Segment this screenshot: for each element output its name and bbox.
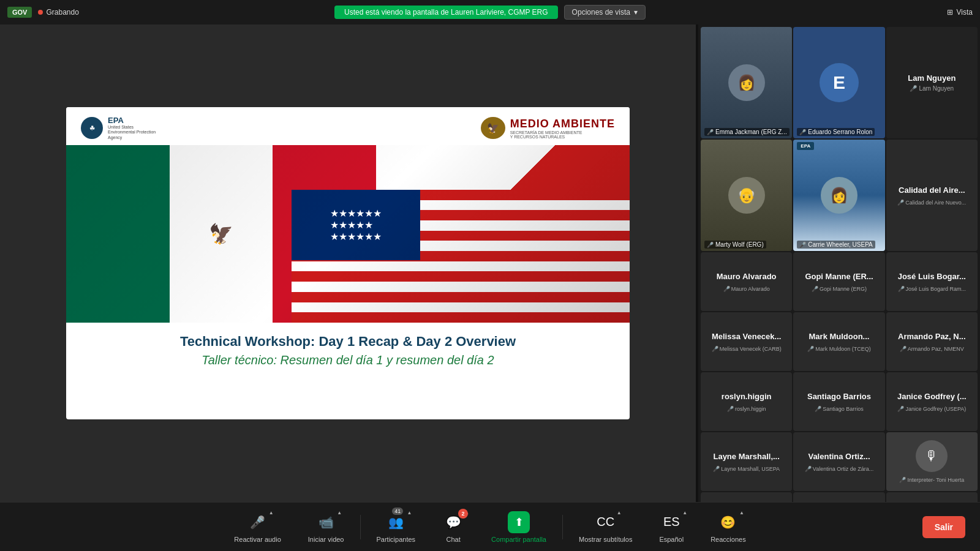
- video-label: Iniciar video: [308, 536, 344, 543]
- share-screen-label: Compartir pantalla: [491, 536, 546, 543]
- emma-mute-icon: 🎤: [707, 129, 714, 135]
- calidad-sub: 🎤 Calidad del Aire Nuevo...: [897, 200, 966, 206]
- jose-content: José Luis Bogar... 🎤José Luis Bogard Ram…: [886, 252, 978, 311]
- bottom-toolbar: 🎤 ▲ Reactivar audio 📹 ▲ Iniciar video 👥 …: [0, 502, 980, 551]
- melissa-sub: 🎤Melissa Venecek (CARB): [712, 346, 782, 352]
- flag-green-stripe: [66, 145, 170, 323]
- epa-logo: ☘ EPA United StatesEnvironmental Protect…: [81, 116, 156, 140]
- epa-icon-text: ☘: [89, 125, 95, 132]
- roslyn-sub: 🎤roslyn.higgin: [727, 406, 766, 412]
- video-tile-calidad: Calidad del Aire... 🎤 Calidad del Aire N…: [886, 140, 978, 251]
- marty-mute-icon: 🎤: [707, 242, 714, 248]
- epa-text-block: EPA United StatesEnvironmental Protectio…: [108, 116, 156, 140]
- mark-name: Mark Muldoon...: [809, 332, 870, 341]
- captions-chevron: ▲: [617, 510, 622, 515]
- video-icon: 📹 ▲: [315, 511, 337, 533]
- eduardo-initial: E: [820, 63, 859, 102]
- vista-label: Vista: [957, 8, 973, 17]
- emma-name: Emma Jackman (ERG Z...: [715, 129, 787, 135]
- carrie-avatar: 👩: [821, 177, 858, 214]
- ma-text-block: MEDIO AMBIENTE SECRETARÍA DE MEDIO AMBIE…: [510, 118, 615, 139]
- santiago-name: Santiago Barrios: [807, 392, 871, 401]
- armando-content: Armando Paz, N... 🎤Armando Paz, NMENV: [886, 312, 978, 371]
- slide-title-es: Taller técnico: Resumen del día 1 y resu…: [81, 353, 615, 367]
- end-button[interactable]: Salir: [922, 516, 965, 538]
- view-options-label: Opciones de vista: [572, 8, 630, 17]
- main-content: ☘ EPA United StatesEnvironmental Protect…: [0, 24, 980, 502]
- screen-share-banner: Usted está viendo la pantalla de Lauren …: [334, 6, 558, 19]
- santiago-sub: 🎤Santiago Barrios: [815, 406, 864, 412]
- usa-flag: ★★★★★★★★★★★★★★★★★: [292, 190, 630, 323]
- slide-title-en: Technical Workshop: Day 1 Recap & Day 2 …: [81, 334, 615, 350]
- layne-content: Layne Marshall,... 🎤Layne Marshall, USEP…: [701, 432, 792, 491]
- video-row-4: Melissa Venecek... 🎤Melissa Venecek (CAR…: [701, 312, 978, 371]
- slide-container: ☘ EPA United StatesEnvironmental Protect…: [66, 107, 630, 419]
- video-tile-armando: Armando Paz, N... 🎤Armando Paz, NMENV: [886, 312, 978, 371]
- recording-badge: Grabando: [38, 8, 78, 17]
- video-tile-marty: 👴 🎤 Marty Wolf (ERG): [701, 140, 792, 251]
- epa-full: United StatesEnvironmental ProtectionAge…: [108, 125, 156, 140]
- video-chevron: ▲: [337, 510, 342, 515]
- lam-name: Lam Nguyen: [908, 73, 956, 83]
- audio-label: Reactivar audio: [234, 536, 281, 543]
- video-tile-valentina: Valentina Ortiz... 🎤Valentina Ortiz de Z…: [793, 432, 884, 491]
- video-tile-gopi: Gopi Manne (ER... 🎤Gopi Manne (ERG): [793, 252, 884, 311]
- eduardo-mute-icon: 🎤: [799, 129, 806, 135]
- gopi-content: Gopi Manne (ER... 🎤Gopi Manne (ERG): [793, 252, 884, 311]
- chevron-down-icon: ▾: [634, 8, 638, 17]
- emma-video-bg: 👩: [701, 27, 792, 138]
- flag-white-stripe: 🦅: [170, 145, 273, 323]
- marty-name: Marty Wolf (ERG): [715, 241, 764, 248]
- eagle-emblem-header: 🦅: [481, 117, 505, 139]
- captions-button[interactable]: CC ▲ Mostrar subtítulos: [565, 506, 646, 548]
- language-icon: ES ▲: [660, 511, 682, 533]
- reactions-label: Reacciones: [710, 536, 745, 543]
- language-button[interactable]: ES ▲ Español: [646, 506, 697, 548]
- carrie-name-tag: 🎤 Carrie Wheeler, USEPA: [797, 241, 875, 249]
- epa-name: EPA: [108, 116, 156, 125]
- layne-sub: 🎤Layne Marshall, USEPA: [713, 466, 780, 472]
- presentation-area: ☘ EPA United StatesEnvironmental Protect…: [0, 24, 696, 502]
- emma-name-tag: 🎤 Emma Jackman (ERG Z...: [704, 128, 790, 136]
- janice-sub: 🎤Janice Godfrey (USEPA): [897, 406, 966, 412]
- toni-sub: 🎤Interpreter- Toni Huerta: [899, 477, 964, 483]
- valentina-name: Valentina Ortiz...: [808, 452, 870, 461]
- participants-button[interactable]: 👥 ▲ 41 Participantes: [363, 506, 429, 548]
- video-row-3: Mauro Alvarado 🎤Mauro Alvarado Gopi Mann…: [701, 252, 978, 311]
- chat-badge: 2: [458, 509, 468, 519]
- melissa-content: Melissa Venecek... 🎤Melissa Venecek (CAR…: [701, 312, 792, 371]
- chat-button[interactable]: 💬 ▲ 2 Chat: [429, 506, 478, 548]
- lam-sub: 🎤 Lam Nguyen: [910, 85, 954, 92]
- share-screen-button[interactable]: ⬆ Compartir pantalla: [478, 506, 560, 548]
- video-tile-interpreter-rosa: Interpreter Rosa... 🎤Interpreter Rosa Ma…: [793, 492, 884, 502]
- roslyn-name: roslyn.higgin: [722, 392, 772, 401]
- mark-sub: 🎤Mark Muldoon (TCEQ): [807, 346, 871, 352]
- video-button[interactable]: 📹 ▲ Iniciar video: [295, 506, 358, 548]
- participants-count: 41: [392, 508, 403, 515]
- slide-header: ☘ EPA United StatesEnvironmental Protect…: [66, 107, 630, 145]
- carrie-video-bg: EPA 👩: [793, 140, 884, 251]
- chat-icon: 💬 ▲ 2: [442, 511, 464, 533]
- layne-name: Layne Marshall,...: [713, 452, 779, 461]
- view-options-button[interactable]: Opciones de vista ▾: [564, 5, 646, 20]
- armando-name: Armando Paz, N...: [898, 332, 966, 341]
- rosa-content: Interpreter Rosa... 🎤Interpreter Rosa Ma…: [793, 492, 884, 502]
- calidad-mute-icon: 🎤: [897, 200, 904, 206]
- janice-content: Janice Godfrey (... 🎤Janice Godfrey (USE…: [886, 372, 978, 431]
- video-tile-melissa: Melissa Venecek... 🎤Melissa Venecek (CAR…: [701, 312, 792, 371]
- audio-button[interactable]: 🎤 ▲ Reactivar audio: [221, 506, 294, 548]
- reactions-button[interactable]: 😊 ▲ Reacciones: [697, 506, 759, 548]
- top-bar-left: GOV Grabando: [7, 7, 79, 18]
- marty-video-bg: 👴: [701, 140, 792, 251]
- video-tile-mark: Mark Muldoon... 🎤Mark Muldoon (TCEQ): [793, 312, 884, 371]
- divider-2: [562, 515, 563, 539]
- reactions-icon: 😊 ▲: [717, 511, 739, 533]
- top-bar: GOV Grabando Usted está viendo la pantal…: [0, 0, 980, 24]
- participants-chevron: ▲: [407, 510, 412, 515]
- audio-chevron: ▲: [269, 510, 274, 515]
- carrie-name: Carrie Wheeler, USEPA: [808, 241, 872, 248]
- janice-name: Janice Godfrey (...: [897, 392, 967, 401]
- participants-label: Participantes: [377, 536, 416, 543]
- santiago-content: Santiago Barrios 🎤Santiago Barrios: [793, 372, 884, 431]
- calidad-sub-text: Calidad del Aire Nuevo...: [905, 200, 966, 206]
